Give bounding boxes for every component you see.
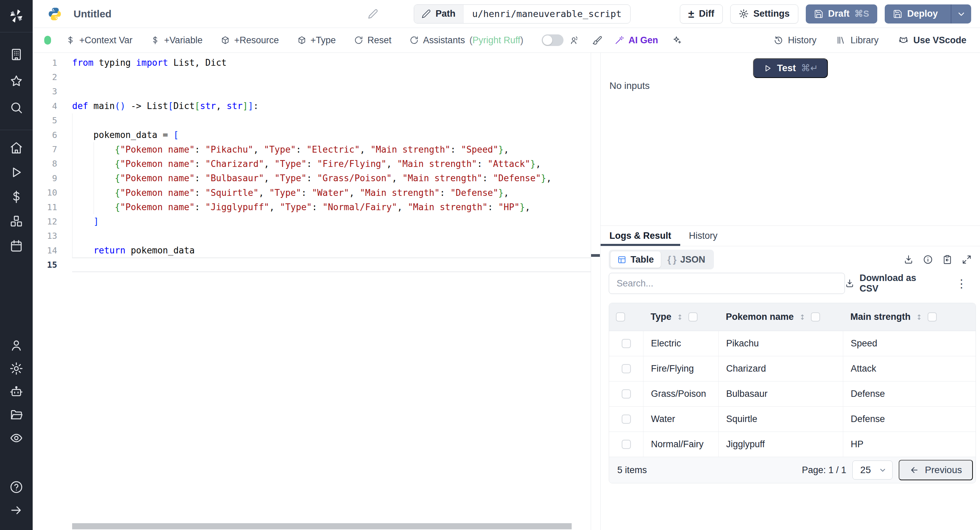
table-row[interactable]: Fire/FlyingCharizardAttack	[609, 356, 975, 382]
settings-gear-icon[interactable]	[0, 357, 33, 380]
row-checkbox[interactable]	[622, 364, 631, 373]
user-icon[interactable]	[0, 334, 33, 357]
schedules-calendar-icon[interactable]	[0, 234, 33, 258]
draft-button[interactable]: Draft ⌘S	[806, 5, 877, 24]
assistants-button[interactable]: Assistants (Pyright Ruff)	[410, 35, 523, 46]
code-line[interactable]: 2	[33, 70, 591, 84]
use-vscode-button[interactable]: Use VScode	[898, 35, 966, 46]
add-context-var-button[interactable]: +Context Var	[66, 35, 132, 46]
diff-button[interactable]: ± Diff	[680, 5, 723, 24]
page-size-select[interactable]: 25	[853, 461, 892, 480]
column-filter-checkbox[interactable]	[928, 312, 937, 322]
path-control[interactable]: Path u/henri/maneuverable_script	[414, 5, 630, 24]
column-filter-checkbox[interactable]	[811, 312, 820, 322]
test-button[interactable]: Test ⌘↵	[753, 58, 827, 78]
add-variable-button[interactable]: +Variable	[151, 35, 202, 46]
path-value[interactable]: u/henri/maneuverable_script	[463, 5, 630, 23]
code-line[interactable]: 5	[33, 113, 591, 128]
row-checkbox[interactable]	[622, 440, 631, 449]
sort-icon[interactable]	[799, 313, 806, 321]
code-line[interactable]: 11 {"Pokemon name": "Jigglypuff", "Type"…	[33, 200, 591, 214]
library-button[interactable]: Library	[836, 35, 878, 46]
code-line[interactable]: 9 {"Pokemon name": "Bulbasaur", "Type": …	[33, 171, 591, 185]
dollar-icon	[151, 36, 159, 45]
help-icon[interactable]	[0, 476, 33, 499]
tab-logs-result[interactable]: Logs & Result	[601, 226, 680, 246]
table-row[interactable]: WaterSquirtleDefense	[609, 407, 975, 432]
multiplayer-toggle[interactable]	[542, 34, 563, 46]
ai-gen-button[interactable]: AI Gen	[614, 35, 658, 46]
workers-robot-icon[interactable]	[0, 380, 33, 403]
code-editor[interactable]: 1from typing import List, Dict234def mai…	[33, 53, 591, 530]
view-toggle: Table { } JSON	[609, 250, 714, 270]
column-header-main-strength[interactable]: Main strength	[843, 312, 975, 322]
tab-history[interactable]: History	[680, 226, 727, 246]
info-icon[interactable]	[923, 254, 933, 265]
code-line[interactable]: 13	[33, 229, 591, 243]
sort-icon[interactable]	[915, 313, 923, 321]
sparkles-icon[interactable]	[672, 35, 682, 45]
add-resource-button[interactable]: +Resource	[221, 35, 279, 46]
edit-pencil-icon[interactable]	[368, 9, 378, 19]
resources-boxes-icon[interactable]	[0, 209, 33, 234]
table-cell: Defense	[843, 382, 975, 406]
line-number: 4	[33, 101, 57, 111]
expand-icon[interactable]	[962, 254, 972, 265]
column-filter-checkbox[interactable]	[688, 312, 698, 322]
add-type-button[interactable]: +Type	[298, 35, 336, 46]
code-line[interactable]: 6 pokemon_data = [	[33, 128, 591, 142]
code-line[interactable]: 15	[33, 257, 591, 272]
panel-splitter[interactable]	[591, 53, 600, 530]
view-json-button[interactable]: { } JSON	[661, 251, 712, 268]
code-line[interactable]: 10 {"Pokemon name": "Squirtle", "Type": …	[33, 186, 591, 200]
code-line[interactable]: 14 return pokemon_data	[33, 243, 591, 257]
row-checkbox[interactable]	[622, 390, 631, 399]
audit-eye-icon[interactable]	[0, 426, 33, 450]
search-icon[interactable]	[0, 94, 33, 121]
download-result-icon[interactable]	[904, 254, 914, 265]
previous-page-button[interactable]: Previous	[899, 460, 973, 480]
favorites-star-icon[interactable]	[0, 68, 33, 94]
code-line[interactable]: 1from typing import List, Dict	[33, 56, 591, 70]
code-line[interactable]: 7 {"Pokemon name": "Pikachu", "Type": "E…	[33, 142, 591, 156]
table-row[interactable]: Grass/PoisonBulbasaurDefense	[609, 382, 975, 407]
deploy-dropdown-caret[interactable]	[951, 5, 971, 24]
runs-play-icon[interactable]	[0, 160, 33, 185]
home-icon[interactable]	[0, 136, 33, 160]
column-header-pokemon-name[interactable]: Pokemon name	[718, 312, 843, 322]
script-title[interactable]: Untitled	[73, 8, 111, 20]
code-line[interactable]: 3	[33, 85, 591, 99]
code-line[interactable]: 8 {"Pokemon name": "Charizard", "Type": …	[33, 157, 591, 171]
settings-button[interactable]: Settings	[730, 5, 798, 24]
table-row[interactable]: Normal/FairyJigglypuffHP	[609, 432, 975, 457]
more-options-kebab[interactable]: ⋮	[956, 278, 967, 289]
view-table-button[interactable]: Table	[611, 251, 661, 268]
copy-clipboard-icon[interactable]	[942, 254, 953, 265]
download-icon	[845, 279, 854, 288]
download-csv-button[interactable]: Download as CSV	[845, 273, 937, 294]
folders-icon[interactable]	[0, 403, 33, 426]
select-all-checkbox[interactable]	[616, 312, 625, 322]
windmill-logo[interactable]	[0, 0, 33, 32]
history-button[interactable]: History	[773, 35, 816, 46]
workspace-building-icon[interactable]	[0, 41, 33, 68]
splitter-grip[interactable]	[591, 254, 600, 257]
multiplayer-users-icon[interactable]	[570, 35, 580, 45]
variables-dollar-icon[interactable]	[0, 185, 33, 209]
deploy-button[interactable]: Deploy	[885, 5, 971, 24]
table-body: ElectricPikachuSpeedFire/FlyingCharizard…	[609, 331, 975, 457]
collapse-arrow-icon[interactable]	[0, 499, 33, 522]
search-input[interactable]	[609, 273, 845, 294]
row-checkbox[interactable]	[622, 339, 631, 348]
code-line[interactable]: 4def main() -> List[Dict[str, str]]:	[33, 99, 591, 113]
table-row[interactable]: ElectricPikachuSpeed	[609, 331, 975, 356]
code-line[interactable]: 12 ]	[33, 214, 591, 228]
reset-button[interactable]: Reset	[354, 35, 392, 46]
format-brush-icon[interactable]	[592, 35, 602, 45]
editor-horizontal-scrollbar[interactable]	[72, 523, 572, 529]
row-checkbox[interactable]	[622, 415, 631, 424]
sort-icon[interactable]	[676, 313, 684, 321]
code-lines: 1from typing import List, Dict234def mai…	[33, 53, 591, 272]
column-header-type[interactable]: Type	[643, 312, 718, 322]
line-number: 11	[33, 202, 57, 212]
